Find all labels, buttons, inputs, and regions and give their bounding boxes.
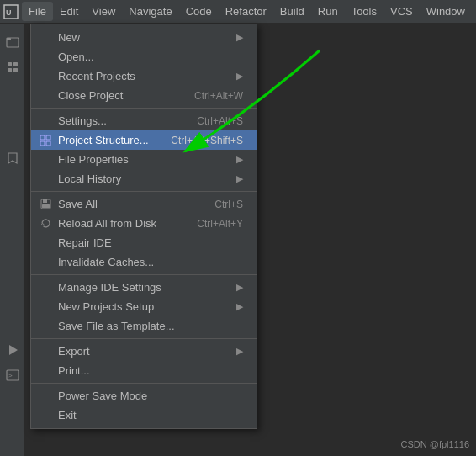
sidebar-run-icon[interactable] xyxy=(1,338,24,362)
svg-rect-5 xyxy=(13,62,18,66)
svg-text:>_: >_ xyxy=(8,372,17,379)
sidebar-terminal-icon[interactable]: >_ xyxy=(1,363,24,387)
svg-rect-6 xyxy=(8,68,12,72)
menubar-tools[interactable]: Tools xyxy=(345,2,383,21)
separator-1 xyxy=(31,108,257,109)
menu-item-reload-all[interactable]: Reload All from Disk Ctrl+Alt+Y xyxy=(31,214,257,233)
svg-rect-16 xyxy=(43,199,47,203)
menubar-file[interactable]: File xyxy=(22,2,53,21)
menu-item-settings[interactable]: Settings... Ctrl+Alt+S xyxy=(31,111,257,130)
menu-item-power-save-mode[interactable]: Power Save Mode xyxy=(31,386,257,406)
menubar-dbna[interactable]: DB Na xyxy=(472,0,476,28)
menu-item-print[interactable]: Print... xyxy=(31,361,257,380)
menubar-window[interactable]: Window xyxy=(420,2,472,21)
menu-item-new[interactable]: New ▶ xyxy=(31,28,257,47)
svg-rect-12 xyxy=(46,135,50,140)
menu-item-file-properties[interactable]: File Properties ▶ xyxy=(31,150,257,169)
svg-rect-13 xyxy=(40,141,45,146)
menubar-build[interactable]: Build xyxy=(273,2,311,21)
menu-item-save-all[interactable]: Save All Ctrl+S xyxy=(31,194,257,214)
menubar-navigate[interactable]: Navigate xyxy=(122,2,178,21)
menubar-run[interactable]: Run xyxy=(311,2,345,21)
sidebar-project-icon[interactable] xyxy=(1,30,24,54)
menu-item-manage-ide-settings[interactable]: Manage IDE Settings ▶ xyxy=(31,278,257,297)
ide-logo: U xyxy=(3,3,19,20)
reload-icon xyxy=(38,216,53,231)
svg-rect-3 xyxy=(7,38,11,40)
menu-item-close-project[interactable]: Close Project Ctrl+Alt+W xyxy=(31,86,257,105)
separator-3 xyxy=(31,274,257,275)
svg-rect-14 xyxy=(46,141,50,146)
project-structure-icon xyxy=(38,133,53,148)
menu-item-invalidate-caches[interactable]: Invalidate Caches... xyxy=(31,252,257,272)
svg-rect-11 xyxy=(40,135,45,140)
menu-item-export[interactable]: Export ▶ xyxy=(31,342,257,361)
svg-rect-7 xyxy=(13,68,18,72)
svg-rect-4 xyxy=(8,62,12,66)
menubar-refactor[interactable]: Refactor xyxy=(219,2,273,21)
menu-item-exit[interactable]: Exit xyxy=(31,406,257,425)
menu-item-save-file-as-template[interactable]: Save File as Template... xyxy=(31,316,257,336)
sidebar: >_ xyxy=(0,24,25,456)
menu-item-recent-projects[interactable]: Recent Projects ▶ xyxy=(31,66,257,86)
menu-item-repair-ide[interactable]: Repair IDE xyxy=(31,233,257,252)
menu-item-local-history[interactable]: Local History ▶ xyxy=(31,169,257,188)
separator-2 xyxy=(31,191,257,192)
menubar-code[interactable]: Code xyxy=(179,2,219,21)
sidebar-structure-icon[interactable] xyxy=(1,56,24,79)
menu-item-project-structure[interactable]: Project Structure... Ctrl+Alt+Shift+S xyxy=(31,130,257,150)
save-icon xyxy=(38,197,53,212)
menubar-edit[interactable]: Edit xyxy=(53,2,85,21)
svg-text:U: U xyxy=(6,8,12,17)
sidebar-bookmark-icon[interactable] xyxy=(1,146,24,170)
menubar-vcs[interactable]: VCS xyxy=(383,2,420,21)
separator-5 xyxy=(31,383,257,384)
menu-item-open[interactable]: Open... xyxy=(31,47,257,66)
svg-rect-17 xyxy=(42,204,50,208)
separator-4 xyxy=(31,338,257,339)
watermark: CSDN @fpl1116 xyxy=(401,439,469,449)
menubar-view[interactable]: View xyxy=(85,2,122,21)
menubar: U File Edit View Navigate Code Refactor … xyxy=(0,0,476,24)
menu-item-new-projects-setup[interactable]: New Projects Setup ▶ xyxy=(31,297,257,316)
svg-marker-8 xyxy=(9,345,18,355)
file-dropdown-menu: New ▶ Open... Recent Projects ▶ Close Pr… xyxy=(30,24,257,429)
